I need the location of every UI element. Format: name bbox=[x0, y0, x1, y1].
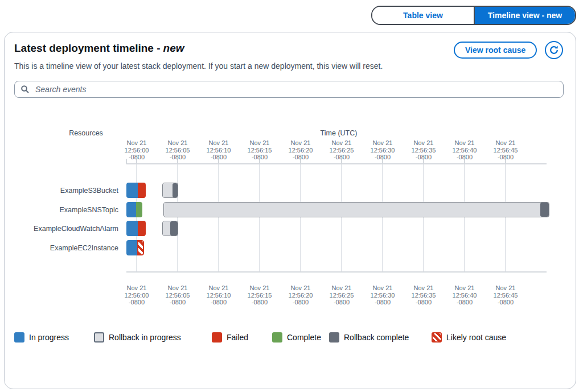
bar-segment-in-progress bbox=[126, 202, 136, 217]
refresh-button[interactable] bbox=[545, 41, 563, 59]
bar-segment-complete bbox=[136, 202, 142, 217]
resources-axis-label: Resources bbox=[62, 129, 110, 137]
bar-segment-rollback-in-progress bbox=[163, 183, 173, 197]
page-title-text: Latest deployment timeline - bbox=[14, 42, 161, 54]
bar-segment-in-progress bbox=[126, 183, 138, 198]
search-icon bbox=[20, 85, 30, 94]
header-actions: View root cause bbox=[454, 41, 563, 59]
view-toggle: Table view Timeline view - new bbox=[371, 6, 576, 25]
search-box bbox=[14, 81, 564, 98]
bar-segment-in-progress bbox=[126, 240, 137, 255]
bar-segment-failed bbox=[138, 221, 146, 236]
timeline-bar[interactable] bbox=[162, 183, 178, 198]
time-axis-label: Time (UTC) bbox=[315, 129, 363, 137]
bar-segment-rollback-complete bbox=[173, 183, 178, 197]
page-title-new-flag: new bbox=[163, 42, 184, 54]
bar-segment-rollback-in-progress bbox=[164, 203, 540, 217]
timeline-bar[interactable] bbox=[126, 202, 142, 217]
bar-segment-rollback-complete bbox=[540, 203, 549, 217]
timeline-bar[interactable] bbox=[126, 183, 146, 198]
view-root-cause-button[interactable]: View root cause bbox=[454, 42, 537, 59]
bar-segment-rollback-complete bbox=[170, 221, 178, 236]
bar-segment-likely-root-cause bbox=[137, 240, 144, 255]
timeline-bar[interactable] bbox=[126, 240, 144, 255]
panel-description: This is a timeline view of your latest s… bbox=[14, 61, 383, 71]
timeline-bar[interactable] bbox=[163, 202, 549, 217]
bar-segment-in-progress bbox=[126, 221, 138, 236]
bar-segment-rollback-in-progress bbox=[163, 221, 170, 236]
timeline-bar[interactable] bbox=[126, 221, 146, 236]
timeline-view-button[interactable]: Timeline view - new bbox=[474, 7, 575, 24]
bar-segment-failed bbox=[138, 183, 146, 198]
timeline-bar[interactable] bbox=[162, 221, 178, 236]
table-view-button[interactable]: Table view bbox=[372, 7, 474, 24]
page-title: Latest deployment timeline -new bbox=[14, 42, 184, 55]
search-input[interactable] bbox=[34, 84, 557, 94]
refresh-icon bbox=[549, 45, 559, 55]
